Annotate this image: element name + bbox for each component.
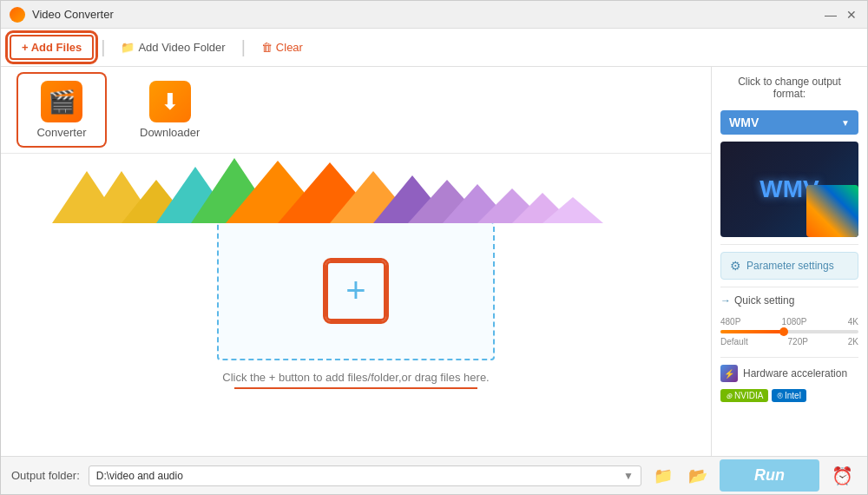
output-path-field[interactable]: D:\video and audio ▼ bbox=[89, 465, 641, 486]
quality-slider-container: 480P 1080P 4K Default 720P 2K bbox=[720, 314, 858, 350]
gpu-badges: ⊛ NVIDIA ® Intel bbox=[720, 389, 858, 402]
add-files-button[interactable]: + Add Files bbox=[10, 35, 94, 60]
output-path-text: D:\video and audio bbox=[96, 470, 620, 482]
settings-icon: ⚙ bbox=[730, 259, 741, 273]
nvidia-badge[interactable]: ⊛ NVIDIA bbox=[720, 389, 768, 402]
minimize-button[interactable]: — bbox=[824, 8, 838, 22]
drop-hint: Click the + button to add files/folder,o… bbox=[222, 371, 489, 384]
window-title: Video Converter bbox=[32, 8, 824, 21]
timer-button[interactable]: ⏰ bbox=[828, 464, 857, 488]
intel-logo-icon: ® bbox=[777, 392, 783, 400]
add-video-folder-button[interactable]: 📁 Add Video Folder bbox=[112, 36, 233, 58]
nvidia-label: NVIDIA bbox=[734, 391, 763, 400]
folder-icon: 📁 bbox=[121, 41, 135, 54]
converter-tab-label: Converter bbox=[36, 126, 86, 139]
app-tabs: 🎬 Converter ⬇ Downloader bbox=[1, 67, 711, 154]
trash-icon: 🗑 bbox=[261, 41, 273, 54]
browse-folder-button[interactable]: 📁 bbox=[650, 465, 676, 487]
toolbar-separator: | bbox=[101, 37, 105, 57]
divider3 bbox=[720, 357, 858, 358]
hw-acceleration-row: ⚡ Hardware acceleration bbox=[720, 365, 858, 382]
format-selector-button[interactable]: WMV ▼ bbox=[720, 110, 858, 135]
label-4k: 4K bbox=[848, 317, 858, 327]
divider2 bbox=[720, 287, 858, 287]
divider1 bbox=[720, 244, 858, 245]
main-content: 🎬 Converter ⬇ Downloader bbox=[1, 67, 867, 456]
slider-top-labels: 480P 1080P 4K bbox=[720, 317, 858, 327]
slider-track[interactable] bbox=[720, 330, 858, 333]
label-480p: 480P bbox=[720, 317, 740, 327]
quick-setting-label: → Quick setting bbox=[720, 294, 858, 307]
label-720p: 720P bbox=[788, 337, 808, 346]
label-default: Default bbox=[720, 337, 748, 346]
tab-downloader[interactable]: ⬇ Downloader bbox=[122, 74, 217, 146]
clear-button[interactable]: 🗑 Clear bbox=[253, 36, 312, 58]
intel-label: Intel bbox=[785, 391, 801, 400]
intel-badge[interactable]: ® Intel bbox=[772, 389, 806, 402]
chevron-down-icon: ▼ bbox=[841, 118, 850, 128]
format-label: WMV bbox=[729, 116, 759, 129]
nvidia-logo: ⊛ bbox=[726, 392, 733, 400]
label-1080p: 1080P bbox=[782, 317, 807, 327]
downloader-tab-label: Downloader bbox=[140, 126, 200, 139]
toolbar-separator2: | bbox=[241, 37, 246, 57]
format-title: Click to change output format: bbox=[720, 76, 858, 100]
tab-converter[interactable]: 🎬 Converter bbox=[18, 74, 105, 146]
slider-fill bbox=[720, 330, 783, 333]
slider-thumb[interactable] bbox=[779, 327, 788, 336]
format-preview-image bbox=[806, 185, 858, 237]
format-preview: WMV bbox=[720, 142, 858, 237]
window-controls: — ✕ bbox=[824, 8, 858, 22]
titlebar: Video Converter — ✕ bbox=[1, 1, 867, 29]
toolbar: + Add Files | 📁 Add Video Folder | 🗑 Cle… bbox=[1, 29, 867, 67]
triangles-banner bbox=[1, 154, 711, 223]
label-2k: 2K bbox=[848, 337, 858, 346]
right-panel: Click to change output format: WMV ▼ WMV… bbox=[711, 67, 867, 456]
drop-zone[interactable]: + bbox=[217, 221, 495, 360]
bottom-bar: Output folder: D:\video and audio ▼ 📁 📂 … bbox=[1, 456, 867, 494]
downloader-tab-icon: ⬇ bbox=[149, 81, 191, 122]
output-folder-label: Output folder: bbox=[11, 469, 80, 482]
dropdown-arrow-icon: ▼ bbox=[623, 470, 634, 482]
hw-accel-icon: ⚡ bbox=[720, 365, 738, 382]
parameter-settings-button[interactable]: ⚙ Parameter settings bbox=[720, 252, 858, 280]
arrow-right-icon: → bbox=[720, 294, 731, 307]
close-button[interactable]: ✕ bbox=[845, 8, 858, 22]
converter-tab-icon: 🎬 bbox=[41, 81, 82, 122]
media-library-button[interactable]: 📂 bbox=[685, 465, 711, 487]
add-plus-button[interactable]: + bbox=[326, 261, 386, 321]
drop-hint-underline bbox=[234, 387, 477, 389]
main-window: Video Converter — ✕ + Add Files | 📁 Add … bbox=[0, 0, 868, 495]
hw-accel-label: Hardware acceleration bbox=[743, 367, 847, 380]
content-area: 🎬 Converter ⬇ Downloader bbox=[1, 67, 711, 456]
drop-area-container: + Click the + button to add files/folder… bbox=[1, 154, 711, 456]
app-icon bbox=[10, 7, 25, 23]
slider-bottom-labels: Default 720P 2K bbox=[720, 337, 858, 346]
run-button[interactable]: Run bbox=[720, 459, 819, 492]
